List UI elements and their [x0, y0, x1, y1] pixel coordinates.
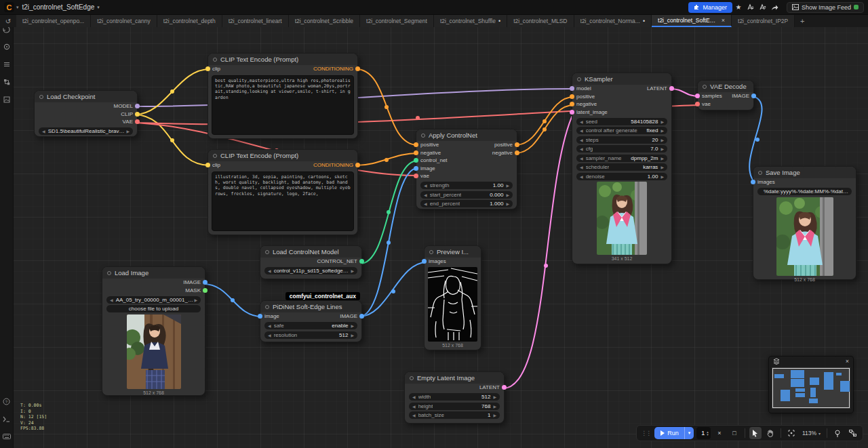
conditioning-port[interactable]	[414, 150, 418, 155]
output-conditioning[interactable]: CONDITIONING	[313, 162, 354, 168]
input-positive[interactable]: positive	[576, 94, 595, 100]
denoise-widget[interactable]: ◀denoise1.00▶	[576, 173, 667, 180]
collapse-dot[interactable]	[758, 171, 762, 175]
graph-canvas[interactable]: Load Checkpoint MODEL CLIP VAE ◀SD1.5\be…	[0, 0, 868, 448]
conditioning-port[interactable]	[355, 66, 360, 71]
new-tab-button[interactable]: +	[795, 15, 810, 27]
image-port[interactable]	[258, 314, 262, 319]
upload-button[interactable]: choose file to upload	[106, 305, 201, 312]
output-positive[interactable]: positive	[494, 142, 513, 148]
seed-widget[interactable]: ◀seed584105828▶	[576, 118, 667, 125]
collapse-dot[interactable]	[410, 376, 414, 380]
node-empty-latent-image[interactable]: Empty Latent Image LATENT ◀width512▶ ◀he…	[404, 371, 505, 424]
height-widget[interactable]: ◀height768▶	[409, 403, 500, 410]
latent-port[interactable]	[695, 94, 700, 98]
steps-widget[interactable]: ◀steps20▶	[576, 136, 667, 144]
latent-port[interactable]	[570, 110, 574, 115]
tab-shuffle[interactable]: t2i_controlnet_Shuffle•	[434, 15, 507, 27]
collapse-dot[interactable]	[107, 271, 111, 275]
workflows-icon[interactable]	[0, 73, 14, 91]
node-preview-image[interactable]: Preview I... images 512 x 768	[424, 245, 481, 350]
clip-port[interactable]	[135, 112, 140, 117]
tab-canny[interactable]: t2i_controlnet_canny	[91, 15, 157, 27]
input-model[interactable]: model	[576, 85, 591, 91]
output-latent[interactable]: LATENT	[479, 384, 500, 390]
input-clip[interactable]: clip	[212, 66, 220, 72]
resolution-widget[interactable]: ◀resolution512▶	[264, 331, 357, 339]
sampler-name-widget[interactable]: ◀sampler_namedpmpp_2m▶	[576, 155, 667, 162]
input-negative[interactable]: negative	[576, 101, 597, 107]
input-positive[interactable]: positive	[420, 142, 439, 148]
tab-mlsd[interactable]: t2i_controlnet_MLSD	[507, 15, 574, 27]
collapse-dot[interactable]	[213, 58, 217, 62]
controlnet-port[interactable]	[359, 259, 364, 264]
latent-port[interactable]	[669, 86, 674, 91]
pan-tool-button[interactable]	[764, 427, 776, 439]
node-load-controlnet-model[interactable]: Load ControlNet Model CONTROL_NET ◀contr…	[260, 245, 362, 279]
next-arrow-icon[interactable]: ▶	[126, 129, 130, 134]
clip-port[interactable]	[205, 163, 210, 167]
control-after-generate-widget[interactable]: ◀control after generatefixed▶	[576, 127, 667, 134]
input-vae[interactable]: vae	[420, 173, 429, 179]
run-button[interactable]: Run ▾	[654, 427, 694, 439]
output-clip[interactable]: CLIP	[121, 111, 134, 117]
output-image[interactable]: IMAGE	[732, 93, 750, 99]
image-port[interactable]	[203, 280, 208, 285]
node-vae-decode[interactable]: VAE Decode samples IMAGE vae	[697, 80, 754, 110]
layers-icon[interactable]	[773, 358, 780, 365]
collapse-dot[interactable]	[429, 250, 433, 254]
minimap-panel[interactable]: ×	[768, 356, 854, 413]
input-image[interactable]: image	[420, 165, 435, 171]
clip-port[interactable]	[205, 66, 210, 71]
conditioning-port[interactable]	[414, 142, 418, 147]
controlnet-port[interactable]	[414, 158, 418, 163]
model-port[interactable]	[570, 86, 574, 91]
input-clip[interactable]: clip	[212, 162, 220, 168]
output-image[interactable]: IMAGE	[183, 279, 201, 285]
prompt-textarea[interactable]: illustration, 3d, sepia, painting, carto…	[212, 171, 354, 231]
cfg-widget[interactable]: ◀cfg7.0▶	[576, 145, 667, 152]
vae-port[interactable]	[414, 174, 418, 178]
tab-openpose[interactable]: t2i_controlnet_openpo...	[16, 15, 91, 27]
node-clip-text-encode-positive[interactable]: CLIP Text Encode (Prompt) clip CONDITION…	[208, 53, 358, 139]
conditioning-port[interactable]	[355, 163, 360, 167]
conditioning-port[interactable]	[570, 94, 574, 99]
filename-prefix-widget[interactable]: %date:yyyy%-%date:MM%-%date:dd...	[757, 188, 852, 195]
toggle-links-button[interactable]	[846, 427, 859, 439]
toggle-focus-mode-button[interactable]	[831, 427, 844, 439]
conditioning-port[interactable]	[515, 142, 519, 147]
share-arrow-icon[interactable]	[769, 2, 781, 13]
node-apply-controlnet[interactable]: Apply ControlNet positive positive negat…	[416, 129, 517, 209]
clear-queue-button[interactable]: ×	[713, 427, 726, 439]
input-latent-image[interactable]: latent_image	[576, 109, 608, 115]
letter-a-down-icon[interactable]	[745, 2, 757, 13]
output-model[interactable]: MODEL	[114, 103, 134, 109]
node-library-icon[interactable]	[0, 38, 14, 56]
output-control-net[interactable]: CONTROL_NET	[317, 258, 358, 264]
tab-softedge[interactable]: t2i_controlnet_SoftEdge×	[652, 15, 732, 27]
run-options-chevron-icon[interactable]: ▾	[684, 427, 694, 439]
workflow-name-menu[interactable]: t2i_controlnet_SoftEdge▾	[22, 3, 100, 11]
safe-widget[interactable]: ◀safeenable▶	[264, 322, 357, 329]
ckpt-name-widget[interactable]: ◀SD1.5\beautifulRealistic_brav5.s...▶	[39, 127, 133, 135]
input-control-net[interactable]: control_net	[420, 157, 448, 163]
keyboard-icon[interactable]	[0, 428, 14, 445]
output-mask[interactable]: MASK	[185, 287, 201, 293]
tab-scribble[interactable]: t2i_controlnet_Scribble	[289, 15, 360, 27]
node-pidinet-softedge[interactable]: comfyui_controlnet_aux PiDiNet Soft-Edge…	[260, 300, 362, 342]
vae-port[interactable]	[135, 119, 140, 124]
stop-button[interactable]: □	[728, 427, 741, 439]
output-negative[interactable]: negative	[492, 150, 513, 156]
output-conditioning[interactable]: CONDITIONING	[313, 66, 354, 72]
collapse-dot[interactable]	[703, 85, 707, 89]
node-save-image[interactable]: Save Image images %date:yyyy%-%date:MM%-…	[753, 166, 856, 280]
vae-port[interactable]	[695, 102, 700, 106]
node-clip-text-encode-negative[interactable]: CLIP Text Encode (Prompt) clip CONDITION…	[208, 149, 358, 235]
input-image[interactable]: image	[264, 313, 279, 319]
logo-chevron-icon[interactable]: ▾	[16, 5, 19, 10]
letter-a-up-icon[interactable]	[757, 2, 769, 13]
node-ksampler[interactable]: KSampler model LATENT positive negative …	[572, 73, 672, 264]
pointer-tool-button[interactable]	[749, 427, 762, 439]
model-library-icon[interactable]	[0, 56, 14, 73]
star-icon[interactable]: ★	[732, 2, 745, 13]
